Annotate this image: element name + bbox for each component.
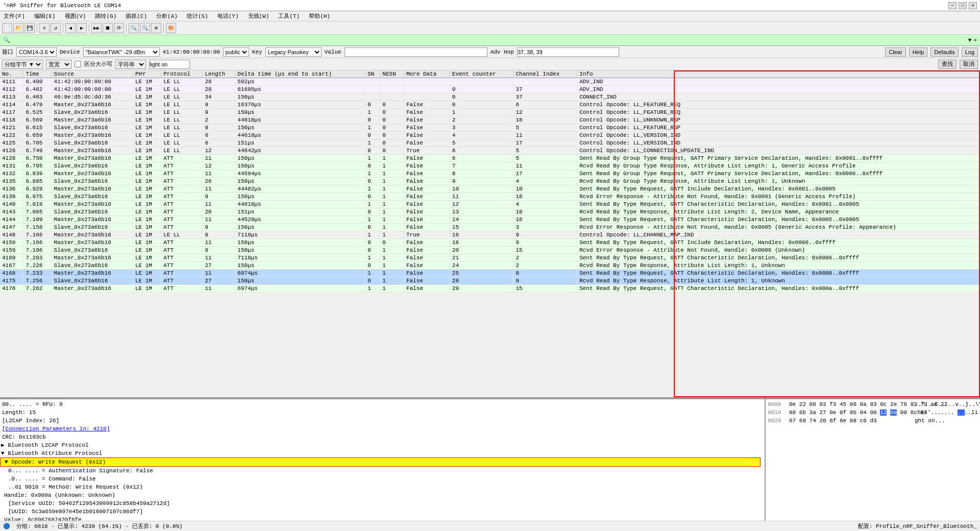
toolbar-stop[interactable]: ⏹ xyxy=(103,23,113,33)
table-cell: 24 xyxy=(450,262,513,270)
toolbar-save[interactable]: 💾 xyxy=(24,23,35,33)
table-cell: 1 xyxy=(365,231,380,239)
table-cell: 4 xyxy=(513,201,577,208)
table-cell: True xyxy=(404,231,450,239)
table-cell: 4111 xyxy=(0,78,23,86)
packet-table-scroll[interactable]: No. Time Source PHY Protocol Length Delt… xyxy=(0,70,980,397)
menu-goto[interactable]: 跳转(G) xyxy=(93,12,118,20)
menu-analyze[interactable]: 分析(A) xyxy=(155,12,179,20)
table-row[interactable]: 41477.158Slave_0x273a6b16LE 1MATT9150μs0… xyxy=(0,224,980,231)
table-row[interactable]: 41366.929Master_0x273a6b16LE 1MATT114448… xyxy=(0,185,980,193)
menu-help[interactable]: 帮助(H) xyxy=(307,12,332,20)
table-row[interactable]: 41767.262Master_0x273a6b16LE 1MATT116974… xyxy=(0,285,980,293)
table-row[interactable]: 41116.40041:42:00:00:00:00LE 1MLE LL2859… xyxy=(0,78,980,86)
toolbar-zoom-out[interactable]: 🔍 xyxy=(140,23,150,33)
cancel-search-button[interactable]: 取消 xyxy=(960,60,978,69)
table-row[interactable]: 41677.226Slave_0x273a6b16LE 1MATT27150μs… xyxy=(0,262,980,270)
toolbar-new[interactable]: 📄 xyxy=(2,23,12,33)
restore-button[interactable]: □ xyxy=(959,2,967,9)
table-row[interactable]: 41176.525Slave_0x273a6b16LE 1MLE LL9150μ… xyxy=(0,109,980,116)
value-input[interactable] xyxy=(345,47,487,57)
menu-wireless[interactable]: 无线(W) xyxy=(247,12,271,20)
table-cell: 2 xyxy=(513,254,577,262)
find-button[interactable]: 查找 xyxy=(938,60,957,69)
clear-button[interactable]: Clear xyxy=(885,47,905,57)
info-cell: Sent Read By Type Request, GATT Characte… xyxy=(577,254,980,262)
defaults-button[interactable]: Defaults xyxy=(930,47,958,57)
window-controls[interactable]: ─ □ ✕ xyxy=(948,2,977,9)
table-row[interactable]: 41136.46346:8e:d5:dc:dd:36LE 1MLE LL3415… xyxy=(0,93,980,101)
toolbar-restart[interactable]: ⟳ xyxy=(114,23,124,33)
toolbar-color[interactable]: 🎨 xyxy=(166,23,176,33)
filter-plus[interactable]: + xyxy=(973,37,977,43)
group-select[interactable]: 分组字节 ▼ xyxy=(2,60,43,69)
menu-phone[interactable]: 电话(Y) xyxy=(216,12,240,20)
hex-addr-0: 0000 xyxy=(768,400,786,408)
help-button[interactable]: Help xyxy=(909,47,928,57)
table-row[interactable]: 41447.109Master_0x273a6b16LE 1MATT114452… xyxy=(0,216,980,224)
table-row[interactable]: 41437.065Slave_0x273a6b16LE 1MATT20151μs… xyxy=(0,208,980,216)
info-cell: Control Opcode: LL_FEATURE_RSP xyxy=(577,124,980,132)
detail-opcode[interactable]: ▼ Opcode: Write Request (0x12) xyxy=(0,457,761,467)
table-row[interactable]: 41216.615Slave_0x273a6b16LE 1MLE LL9150μ… xyxy=(0,124,980,132)
table-row[interactable]: 41607.203Master_0x273a6b16LE 1MATT117118… xyxy=(0,254,980,262)
table-cell: 7.226 xyxy=(23,262,52,270)
filter-input[interactable]: !(btle.data_header.length == 0) xyxy=(12,37,966,43)
detail-att-section[interactable]: ▼ Bluetooth Attribute Protocol xyxy=(0,449,765,457)
toolbar-zoom-in[interactable]: 🔍 xyxy=(129,23,139,33)
table-row[interactable]: 41396.975Slave_0x273a6b16LE 1MATT9150μs0… xyxy=(0,193,980,201)
toolbar-back[interactable]: ◀ xyxy=(65,23,76,33)
table-row[interactable]: 41757.256Slave_0x273a6b16LE 1MATT27150μs… xyxy=(0,277,980,285)
hex-pane[interactable]: 0000 0e 22 00 03 f3 45 06 0a 03 0c 2e 76… xyxy=(766,399,980,521)
table-row[interactable]: 41407.019Master_0x273a6b16LE 1MATT114461… xyxy=(0,201,980,208)
search-input[interactable] xyxy=(149,60,190,69)
port-select[interactable]: COM14-3.6 xyxy=(16,47,57,57)
adv-hop-input[interactable] xyxy=(517,47,619,57)
detail-conn-params[interactable]: [Connection Parameters in: 4210] xyxy=(0,425,765,433)
log-button[interactable]: Log xyxy=(962,47,978,57)
menu-stats[interactable]: 统计(S) xyxy=(185,12,210,20)
toolbar-close[interactable]: ✕ xyxy=(39,23,50,33)
table-cell: 1 xyxy=(380,201,404,208)
table-row[interactable]: 41256.705Slave_0x273a6b16LE 1MLE LL6151μ… xyxy=(0,139,980,147)
width-select[interactable]: 宽宽 xyxy=(46,60,71,69)
key-select[interactable]: Legacy Passkey xyxy=(265,47,322,57)
detail-pane[interactable]: 00.. .... = RFU: 0 Length: 15 [L2CAP Ind… xyxy=(0,399,766,521)
table-row[interactable]: 41286.750Master_0x273a6b16LE 1MATT11150μ… xyxy=(0,155,980,162)
visibility-select[interactable]: public xyxy=(223,47,249,57)
table-cell: ATT xyxy=(161,285,203,293)
table-row[interactable]: 41226.659Master_0x273a6b16LE 1MLE LL6446… xyxy=(0,132,980,139)
menu-file[interactable]: 文件(F) xyxy=(2,12,27,20)
toolbar-fwd[interactable]: ▶ xyxy=(77,23,87,33)
table-row[interactable]: 41186.569Master_0x273a6b16LE 1MLE LL2446… xyxy=(0,116,980,124)
table-cell: LE LL xyxy=(161,132,203,139)
toolbar-reload[interactable]: ↺ xyxy=(51,23,61,33)
table-row[interactable]: 41326.839Master_0x273a6b16LE 1MATT114459… xyxy=(0,170,980,178)
menu-view[interactable]: 视图(V) xyxy=(63,12,88,20)
table-row[interactable]: 41146.479Master_0x273a6b16LE 1MLE LL9163… xyxy=(0,101,980,109)
charset-select[interactable]: 字符串 xyxy=(115,60,146,69)
table-row[interactable]: 41507.166Master_0x273a6b16LE 1MATT11150μ… xyxy=(0,239,980,247)
case-sensitive-check[interactable] xyxy=(75,61,81,67)
menu-tools[interactable]: 工具(T) xyxy=(277,12,301,20)
toolbar-open[interactable]: 📂 xyxy=(13,23,23,33)
table-row[interactable]: 41597.196Slave_0x273a6b16LE 1MATT9150μs0… xyxy=(0,247,980,254)
table-row[interactable]: 41487.166Master_0x273a6b16LE 1MLE LL8711… xyxy=(0,231,980,239)
detail-l2cap-section[interactable]: ▶ Bluetooth L2CAP Protocol xyxy=(0,441,765,449)
device-select[interactable]: "BalanceTWK" -29 dBm xyxy=(83,47,160,57)
table-row[interactable]: 41356.885Slave_0x273a6b16LE 1MATT26150μs… xyxy=(0,178,980,185)
toolbar-sep3 xyxy=(89,23,89,33)
table-row[interactable]: 41316.795Slave_0x273a6b16LE 1MATT12150μs… xyxy=(0,162,980,170)
table-row[interactable]: 41266.749Master_0x273a6b16LE 1MLE LL1244… xyxy=(0,147,980,155)
toolbar-start[interactable]: ▶▶ xyxy=(91,23,102,33)
table-row[interactable]: 41126.46241:42:00:00:00:00LE 1MLE LL2861… xyxy=(0,86,980,93)
close-button[interactable]: ✕ xyxy=(969,2,977,9)
table-row[interactable]: 41687.233Master_0x273a6b16LE 1MATT116974… xyxy=(0,270,980,277)
toolbar-zoom-fit[interactable]: ⊕ xyxy=(151,23,161,33)
table-cell: ATT xyxy=(161,239,203,247)
table-cell: False xyxy=(404,116,450,124)
menu-capture[interactable]: 插抓(C) xyxy=(124,12,149,20)
menu-edit[interactable]: 编辑(E) xyxy=(33,12,57,20)
table-cell: 4122 xyxy=(0,132,23,139)
minimize-button[interactable]: ─ xyxy=(948,2,957,9)
